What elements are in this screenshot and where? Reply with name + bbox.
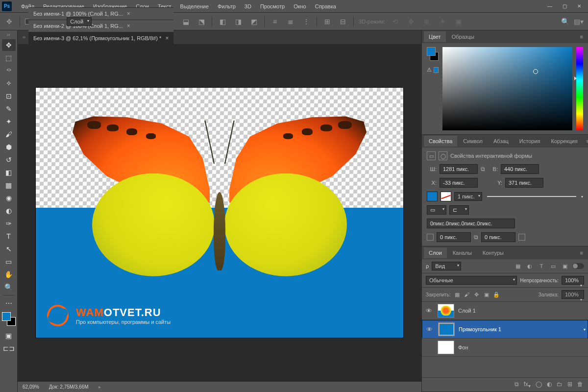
corner-1-input[interactable] [437,232,471,242]
stroke-color-swatch[interactable] [441,192,451,201]
menu-Справка[interactable]: Справка [311,1,341,11]
path-select-tool[interactable]: ↖ [2,243,16,255]
color-swatches[interactable] [2,312,16,326]
lock-pixels-icon[interactable]: 🖌 [464,291,470,298]
canvas[interactable]: WAMOTVET.RU Про компьютеры, программы и … [36,88,403,338]
distribute-2-icon[interactable]: ≣ [285,16,296,27]
tab-history[interactable]: История [514,136,545,147]
lasso-tool[interactable]: ⌔ [2,65,16,76]
link-corners-icon[interactable]: ⧉ [474,234,478,241]
stamp-tool[interactable]: ⬢ [2,141,16,153]
fill-color-swatch[interactable] [427,192,438,201]
filter-shape-icon[interactable]: ▭ [549,262,558,270]
new-layer-icon[interactable]: ⊞ [567,381,572,389]
maximize-button[interactable]: ▢ [558,1,571,11]
layer-name[interactable]: Слой 1 [458,308,476,314]
layer-group-icon[interactable]: 🗀 [557,381,563,389]
document-tab[interactable]: Без имени-3 @ 62,1% (Прямоугольник 1, RG… [28,32,173,44]
corner-2-input[interactable] [481,232,515,242]
corners-summary-input[interactable] [427,219,515,228]
magic-wand-tool[interactable]: ✧ [2,77,16,89]
layer-thumbnail[interactable] [438,341,454,354]
blur-tool[interactable]: ◉ [2,192,16,204]
gamut-warning-icon[interactable]: ⚠ [427,67,432,73]
zoom-level[interactable]: 62,09% [23,384,39,390]
healing-tool[interactable]: ✦ [2,116,16,127]
layer-mask-icon[interactable]: ◯ [536,381,542,389]
hand-tool[interactable]: ✋ [2,269,16,280]
lock-transparency-icon[interactable]: ▦ [454,291,461,298]
filter-smart-icon[interactable]: ▣ [561,262,569,270]
align-left-icon[interactable]: ◧ [217,16,228,27]
rectangle-tool[interactable]: ▭ [2,256,16,268]
link-wh-icon[interactable]: ⧉ [481,166,485,172]
distribute-1-icon[interactable]: ≡ [270,16,280,27]
panel-menu-icon[interactable]: ≡ [577,250,586,256]
blend-mode-select[interactable]: Обычные [426,276,517,285]
document-tab[interactable]: Без имени-2 @ 100% (Слой 1, RG...× [28,20,173,32]
align-hcenter-icon[interactable]: ◨ [233,16,244,27]
canvas-area[interactable]: WAMOTVET.RU Про компьютеры, программы и … [18,44,421,381]
layer-fx-icon[interactable]: fx▾ [524,381,531,389]
tab-character[interactable]: Символ [458,136,488,147]
type-tool[interactable]: T [2,230,16,242]
layer-select[interactable]: Слой [67,17,92,26]
menu-3D[interactable]: 3D [240,1,256,11]
layer-row[interactable]: 👁Слой 1 [422,302,588,320]
close-tab-icon[interactable]: × [127,23,130,29]
tab-paragraph[interactable]: Абзац [489,136,514,147]
brush-tool[interactable]: 🖌 [2,128,16,140]
stroke-caps-select[interactable]: ⊏ [449,205,469,215]
filter-toggle[interactable] [572,263,584,269]
minimize-button[interactable]: — [543,1,557,11]
layer-name[interactable]: Прямоугольник 1 [459,326,501,332]
layer-row[interactable]: 👁Прямоугольник 1 [422,320,588,339]
menu-Фильтр[interactable]: Фильтр [213,1,240,11]
opacity-input[interactable]: 100% [562,276,584,285]
crop-tool[interactable]: ⊡ [2,90,16,102]
height-input[interactable] [501,164,539,174]
lock-all-icon[interactable]: 🔒 [493,291,500,298]
fill-input[interactable]: 100% [562,290,584,299]
layer-thumbnail[interactable] [438,322,455,336]
filter-type-icon[interactable]: T [537,262,546,270]
hue-slider[interactable] [576,47,583,130]
panel-menu-icon[interactable]: ≡ [577,34,586,40]
distribute-5-icon[interactable]: ⊟ [338,16,348,27]
y-input[interactable] [505,178,543,188]
close-button[interactable]: ✕ [572,1,586,11]
tab-channels[interactable]: Каналы [448,247,477,258]
filter-pixel-icon[interactable]: ▦ [514,262,522,270]
menu-Просмотр[interactable]: Просмотр [256,1,289,11]
history-brush-tool[interactable]: ↺ [2,154,16,166]
delete-layer-icon[interactable]: 🗑 [577,381,583,389]
layer-thumbnail[interactable] [438,304,454,318]
panel-fg-swatch[interactable] [427,47,436,56]
marquee-tool[interactable]: ⬚ [2,52,16,64]
distribute-3-icon[interactable]: ⋮ [301,16,312,27]
align-bottom-icon[interactable]: ⬔ [196,16,207,27]
width-input[interactable] [440,164,478,174]
search-icon[interactable]: 🔍 [560,16,570,27]
document-tab[interactable]: Без имени-1 @ 100% (Слой 1, RG...× [28,7,173,20]
link-layers-icon[interactable]: ⧉ [514,381,519,389]
tab-adjustments[interactable]: Коррекция [546,136,583,147]
workspace-icon[interactable]: ▤▾ [573,16,584,27]
edit-toolbar-icon[interactable]: ⋯ [2,297,16,309]
layer-row[interactable]: Фон [422,339,588,357]
screen-mode-icon[interactable]: ⊏⊐ [2,343,16,354]
foreground-swatch[interactable] [2,312,11,321]
layer-filter-select[interactable]: Вид [432,262,461,270]
move-tool-icon[interactable]: ✥ [4,16,15,27]
adjustment-layer-icon[interactable]: ◐ [547,381,552,389]
tab-color[interactable]: Цвет [424,31,446,42]
close-tab-icon[interactable]: × [165,35,169,42]
corner-tl-icon[interactable] [427,234,434,241]
layer-name[interactable]: Фон [458,344,468,350]
distribute-4-icon[interactable]: ⊞ [322,16,333,27]
close-tab-icon[interactable]: × [127,10,130,17]
lock-artboard-icon[interactable]: ▣ [483,291,490,298]
move-tool[interactable]: ✥ [2,39,16,51]
eyedropper-tool[interactable]: ✎ [2,103,16,115]
x-input[interactable] [440,178,478,188]
